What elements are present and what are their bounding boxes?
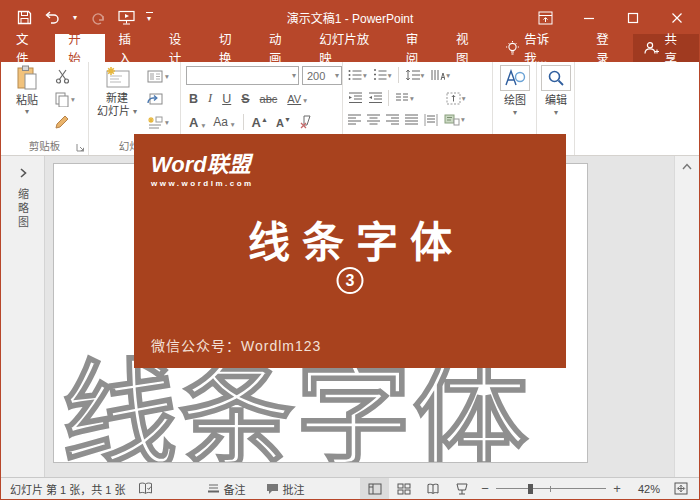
circled-number: 3 [337,267,364,294]
font-name-combobox[interactable]: ▾ [186,66,299,85]
editing-label: 编辑 [545,94,567,107]
reset-slide-button[interactable] [147,90,169,108]
columns-button[interactable]: ▾ [395,92,414,104]
tab-home[interactable]: 开始 [55,34,105,62]
tab-animations[interactable]: 动画 [256,34,306,62]
bold-button[interactable]: B [189,92,198,106]
text-shadow-button[interactable]: S [241,92,249,106]
thumbnails-label: 缩略图 [15,188,31,230]
quick-access-toolbar: ▾ ▾ [11,6,157,30]
fit-slide-to-window-button[interactable] [666,478,695,499]
status-bar-right: − + 42% [360,478,699,499]
copy-icon [55,92,69,107]
new-slide-label-line1: 新建 [106,92,128,105]
tab-view[interactable]: 视图 [443,34,493,62]
font-color-button[interactable]: A▾ [189,115,205,130]
new-slide-label-line2: 幻灯片 [97,105,130,118]
italic-button[interactable]: I [208,91,212,106]
align-right-button[interactable] [386,114,399,126]
overlay-title: 线条字体 [134,208,566,269]
clipboard-dialog-launcher[interactable] [76,143,85,152]
underline-button[interactable]: U [222,92,231,106]
section-button[interactable]: ▾ [147,113,169,131]
save-icon [17,10,32,25]
zoom-in-button[interactable]: + [612,481,622,496]
decrease-indent-button[interactable] [348,92,362,104]
proofing-book-icon [138,482,153,495]
tab-design[interactable]: 设计 [156,34,206,62]
font-size-combobox[interactable]: 200 ▾ [302,66,342,85]
zoom-slider-track[interactable] [496,483,606,495]
tab-transitions[interactable]: 切换 [206,34,256,62]
tab-insert[interactable]: 插入 [105,34,155,62]
copy-button[interactable]: ▾ [55,90,75,108]
save-button[interactable] [11,6,37,30]
zoom-slider: − + [480,481,622,496]
share-button[interactable]: 共享 [633,34,699,62]
slideshow-icon [118,10,135,25]
close-icon [671,12,683,24]
wordlm-logo: Word联盟 www.wordlm.com [151,146,254,188]
customize-qat-button[interactable]: ▾ [141,6,157,30]
expand-thumbnails-button[interactable]: 缩略图 [1,168,44,230]
undo-dropdown[interactable]: ▾ [67,6,83,30]
slide-number-indicator[interactable]: 幻灯片 第 1 张，共 1 张 [1,478,132,499]
ribbon-tab-row: 文件 开始 插入 设计 切换 动画 幻灯片放映 审阅 视图 告诉我... 登录 … [1,34,699,62]
decrease-font-size-button[interactable]: A▼ [276,116,291,129]
paste-icon [15,65,39,91]
increase-indent-button[interactable] [368,92,382,104]
layout-icon [147,70,163,83]
text-direction-button[interactable]: ▾ [430,69,450,81]
slide-sorter-view-button[interactable] [389,478,418,499]
new-slide-button[interactable]: 新建 幻灯片▾ [95,65,139,118]
change-case-button[interactable]: Aa▾ [213,115,234,129]
tab-review[interactable]: 审阅 [393,34,443,62]
align-center-button[interactable] [367,114,380,126]
zoom-out-button[interactable]: − [480,481,490,496]
strikethrough-button[interactable]: abc [260,93,278,105]
align-left-button[interactable] [348,114,361,126]
clear-formatting-button[interactable] [299,115,314,129]
clipboard-group-label: 剪贴板 [1,138,88,153]
tab-slideshow[interactable]: 幻灯片放映 [306,34,393,62]
distribute-text-button[interactable] [424,114,438,126]
redo-button[interactable] [85,6,111,30]
share-person-icon [644,41,659,55]
convert-to-smartart-button[interactable]: ▾ [444,113,465,126]
thumbnail-pane-collapsed: 缩略图 [1,156,45,477]
reading-view-button[interactable] [418,478,447,499]
reset-icon [147,92,163,106]
start-slideshow-button[interactable] [113,6,139,30]
spell-check-button[interactable] [132,478,159,499]
paste-button[interactable]: 粘贴 ▾ [7,65,47,116]
bullets-button[interactable]: ▾ [348,69,367,81]
normal-view-button[interactable] [360,478,389,499]
tell-me-box[interactable]: 告诉我... [493,34,583,62]
numbering-button[interactable]: ▾ [373,69,392,81]
undo-button[interactable] [39,6,65,30]
find-icon [541,65,571,91]
ribbon-display-options-icon [538,11,553,25]
drawing-menu-button[interactable]: 绘图 ▾ [499,65,531,117]
sign-in-button[interactable]: 登录 [583,34,633,62]
redo-icon [91,11,106,25]
justify-button[interactable] [405,114,418,126]
format-painter-button[interactable] [55,113,75,131]
zoom-slider-thumb[interactable] [528,484,533,494]
comments-toggle-button[interactable]: 批注 [260,478,311,499]
layout-button[interactable]: ▾ [147,67,169,85]
zoom-percentage[interactable]: 42% [626,483,660,495]
cut-button[interactable] [55,67,75,85]
tab-file[interactable]: 文件 [1,34,55,62]
notes-toggle-button[interactable]: 备注 [201,478,252,499]
vertical-scrollbar[interactable] [674,156,699,477]
align-text-button[interactable]: ▾ [446,92,466,105]
overlay-footer: 微信公众号：Wordlm123 [151,335,321,355]
character-spacing-button[interactable]: AV▾ [287,93,307,105]
scroll-up-button[interactable] [675,158,699,174]
slideshow-view-button[interactable] [447,478,476,499]
increase-font-size-button[interactable]: A▲ [252,115,268,130]
watermark-overlay: Word联盟 www.wordlm.com 线条字体 3 微信公众号：Wordl… [134,134,566,368]
line-spacing-button[interactable]: ▾ [405,69,425,81]
editing-menu-button[interactable]: 编辑 ▾ [540,65,572,117]
